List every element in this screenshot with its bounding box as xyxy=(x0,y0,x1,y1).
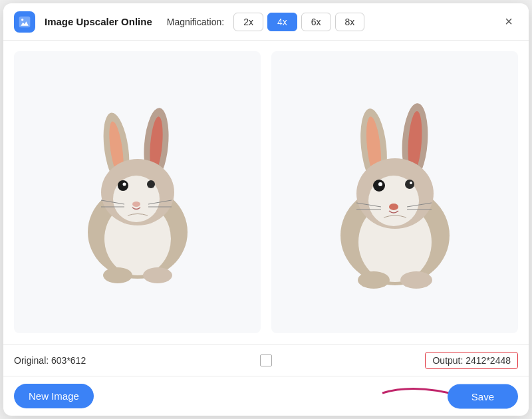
svg-point-18 xyxy=(103,267,132,283)
original-image-panel xyxy=(14,51,261,333)
svg-rect-0 xyxy=(19,16,31,27)
svg-point-31 xyxy=(410,182,412,184)
app-title: Image Upscaler Online xyxy=(45,16,152,27)
svg-point-19 xyxy=(143,267,172,283)
svg-point-11 xyxy=(122,183,126,186)
app-icon xyxy=(14,11,35,33)
close-button[interactable]: × xyxy=(499,13,518,31)
new-image-button[interactable]: New Image xyxy=(14,384,94,408)
info-bar: Original: 603*612 Output: 2412*2448 xyxy=(3,344,529,376)
main-content xyxy=(3,41,529,344)
mag-4x-button[interactable]: 4x xyxy=(267,13,297,31)
svg-point-32 xyxy=(389,204,398,210)
original-dimensions: Original: 603*612 xyxy=(14,355,86,366)
svg-point-13 xyxy=(132,202,140,207)
mag-2x-button[interactable]: 2x xyxy=(233,13,263,31)
center-square-icon xyxy=(260,354,272,366)
magnification-buttons: 2x 4x 6x 8x xyxy=(233,13,364,31)
action-bar: New Image Save xyxy=(3,376,529,416)
original-rabbit xyxy=(14,51,261,333)
svg-point-29 xyxy=(378,182,382,186)
save-button[interactable]: Save xyxy=(448,384,518,408)
svg-point-30 xyxy=(405,180,414,189)
svg-point-10 xyxy=(118,180,128,191)
svg-point-38 xyxy=(400,271,432,289)
upscaled-image-panel xyxy=(271,51,518,333)
mag-8x-button[interactable]: 8x xyxy=(335,13,365,31)
svg-point-37 xyxy=(358,271,390,289)
mag-6x-button[interactable]: 6x xyxy=(301,13,331,31)
output-dimensions: Output: 2412*2448 xyxy=(425,352,518,369)
upscaled-rabbit xyxy=(271,51,518,333)
svg-point-12 xyxy=(147,180,155,188)
main-window: Image Upscaler Online Magnification: 2x … xyxy=(3,3,529,416)
header: Image Upscaler Online Magnification: 2x … xyxy=(3,3,529,41)
svg-point-1 xyxy=(21,19,23,21)
magnification-label: Magnification: xyxy=(167,17,224,27)
